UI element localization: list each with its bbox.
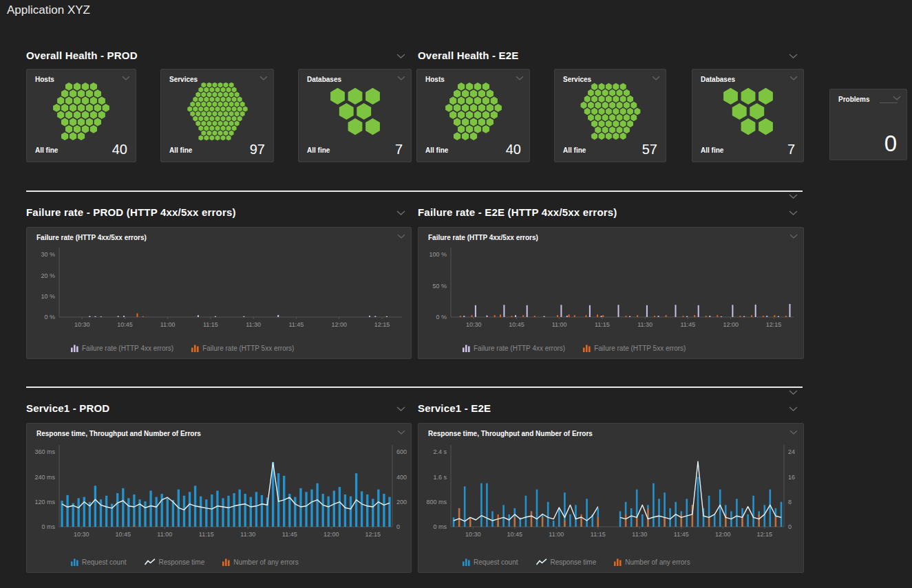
problems-tile[interactable]: Problems 0 [829, 89, 907, 160]
chart-canvas[interactable]: 0 ms800 ms1.6 s2.4 s08162410:3010:4511:0… [419, 443, 802, 546]
chevron-down-icon[interactable] [789, 210, 798, 215]
chevron-down-icon[interactable] [516, 76, 524, 80]
svg-text:120 ms: 120 ms [34, 499, 55, 505]
chart-title: Failure rate (HTTP 4xx/5xx errors) [36, 234, 147, 241]
svg-text:12:00: 12:00 [715, 531, 731, 538]
svg-text:800 ms: 800 ms [426, 499, 447, 505]
health-tile-databases-prod[interactable]: Databases All fine 7 [298, 69, 412, 162]
honeycomb-chart[interactable] [30, 80, 133, 142]
honeycomb-chart[interactable] [422, 80, 525, 142]
bar-series-icon [463, 345, 470, 352]
health-tile-databases-e2e[interactable]: Databases All fine 7 [692, 69, 804, 162]
legend-label: Failure rate (HTTP 5xx errors) [202, 345, 294, 352]
entity-count: 40 [112, 142, 127, 157]
legend-item[interactable]: Response time [145, 558, 205, 566]
chevron-down-icon[interactable] [397, 76, 405, 80]
svg-text:11:15: 11:15 [591, 531, 606, 538]
svg-text:10:30: 10:30 [465, 531, 481, 538]
legend-item[interactable]: Request count [71, 558, 127, 566]
health-tile-services-e2e[interactable]: Services All fine 57 [554, 69, 666, 162]
svg-text:50 %: 50 % [432, 283, 447, 290]
chart-tile-failure-prod[interactable]: Failure rate (HTTP 4xx/5xx errors) 0 %10… [26, 227, 412, 359]
chevron-down-icon[interactable] [789, 194, 798, 199]
legend-label: Failure rate (HTTP 4xx errors) [82, 345, 173, 352]
svg-text:10:45: 10:45 [507, 531, 523, 538]
bar-series-icon [71, 558, 78, 566]
chart-tile-service1-e2e[interactable]: Response time, Throughput and Number of … [418, 423, 804, 573]
chart-title: Response time, Throughput and Number of … [428, 430, 593, 437]
honeycomb-chart[interactable] [697, 80, 800, 142]
dashboard: Application XYZ Overall Health - PROD Ov… [0, 0, 912, 588]
chevron-down-icon[interactable] [652, 76, 660, 80]
svg-text:1.6 s: 1.6 s [433, 474, 447, 481]
health-tile-hosts-e2e[interactable]: Hosts All fine 40 [416, 69, 530, 162]
legend-item[interactable]: Failure rate (HTTP 5xx errors) [583, 345, 686, 352]
chart-legend: Request countResponse timeNumber of any … [463, 558, 690, 566]
chevron-down-icon[interactable] [259, 76, 268, 80]
chart-title: Response time, Throughput and Number of … [36, 430, 201, 437]
bar-series-icon [222, 558, 230, 566]
legend-label: Failure rate (HTTP 4xx errors) [474, 345, 565, 352]
chevron-down-icon[interactable] [396, 406, 405, 411]
chevron-down-icon[interactable] [396, 210, 405, 215]
svg-text:12:15: 12:15 [757, 531, 773, 538]
legend-item[interactable]: Response time [536, 558, 597, 566]
health-tile-hosts-prod[interactable]: Hosts All fine 40 [26, 69, 136, 162]
svg-text:11:30: 11:30 [246, 321, 261, 328]
chevron-down-icon[interactable] [397, 430, 405, 435]
honeycomb-chart[interactable] [559, 80, 662, 142]
legend-item[interactable]: Number of any errors [222, 558, 298, 566]
honeycomb-chart[interactable] [166, 80, 269, 142]
bar-series-icon [191, 345, 199, 352]
svg-text:0 %: 0 % [44, 314, 55, 320]
chevron-down-icon[interactable] [789, 234, 798, 239]
svg-text:600: 600 [396, 448, 407, 455]
chevron-down-icon[interactable] [789, 390, 798, 395]
svg-text:11:45: 11:45 [282, 531, 297, 538]
svg-text:10 %: 10 % [41, 293, 55, 300]
chart-tile-service1-prod[interactable]: Response time, Throughput and Number of … [26, 423, 412, 573]
svg-text:0 %: 0 % [436, 314, 447, 320]
legend-item[interactable]: Request count [463, 558, 518, 566]
svg-text:11:00: 11:00 [160, 321, 176, 328]
bar-series-icon [463, 558, 470, 566]
svg-text:10:45: 10:45 [116, 531, 131, 538]
status-label: All fine [425, 146, 448, 154]
section-divider [26, 386, 803, 388]
legend-item[interactable]: Number of any errors [614, 558, 690, 566]
chevron-down-icon[interactable] [789, 76, 798, 80]
health-tile-services-prod[interactable]: Services All fine 97 [160, 69, 274, 162]
legend-label: Number of any errors [625, 558, 690, 566]
chart-canvas[interactable]: 0 %10 %20 %30 %10:3010:4511:0011:1511:30… [28, 246, 410, 336]
svg-text:12:00: 12:00 [324, 531, 339, 538]
chevron-down-icon[interactable] [397, 234, 405, 239]
chevron-down-icon[interactable] [893, 96, 901, 100]
legend-item[interactable]: Failure rate (HTTP 5xx errors) [191, 345, 294, 352]
chart-canvas[interactable]: 0 ms120 ms240 ms360 ms020040060010:3010:… [28, 443, 410, 546]
chevron-down-icon[interactable] [789, 430, 798, 435]
chevron-down-icon[interactable] [396, 54, 405, 58]
svg-text:20 %: 20 % [41, 272, 55, 279]
chevron-down-icon[interactable] [789, 54, 798, 58]
svg-text:0: 0 [396, 523, 400, 530]
chevron-down-icon[interactable] [122, 76, 130, 80]
dashboard-title: Application XYZ [7, 3, 90, 17]
svg-text:100 %: 100 % [429, 251, 447, 258]
chevron-down-icon[interactable] [789, 406, 798, 411]
honeycomb-chart[interactable] [304, 80, 407, 142]
svg-text:11:45: 11:45 [288, 321, 304, 328]
svg-text:11:45: 11:45 [680, 321, 695, 328]
entity-count: 57 [642, 142, 657, 157]
chart-legend: Failure rate (HTTP 4xx errors)Failure ra… [463, 345, 686, 352]
legend-label: Request count [82, 558, 127, 566]
legend-item[interactable]: Failure rate (HTTP 4xx errors) [463, 345, 565, 352]
svg-text:360 ms: 360 ms [34, 448, 55, 455]
chart-tile-failure-e2e[interactable]: Failure rate (HTTP 4xx/5xx errors) 0 %50… [418, 227, 804, 359]
status-label: All fine [563, 146, 586, 154]
svg-text:2.4 s: 2.4 s [433, 448, 447, 455]
section-header-overall-health-e2e: Overall Health - E2E [418, 50, 519, 61]
legend-item[interactable]: Failure rate (HTTP 4xx errors) [71, 345, 173, 352]
bar-series-icon [614, 558, 622, 566]
chart-canvas[interactable]: 0 %50 %100 %10:3010:4511:0011:1511:3011:… [419, 246, 802, 336]
status-label: All fine [169, 146, 192, 154]
